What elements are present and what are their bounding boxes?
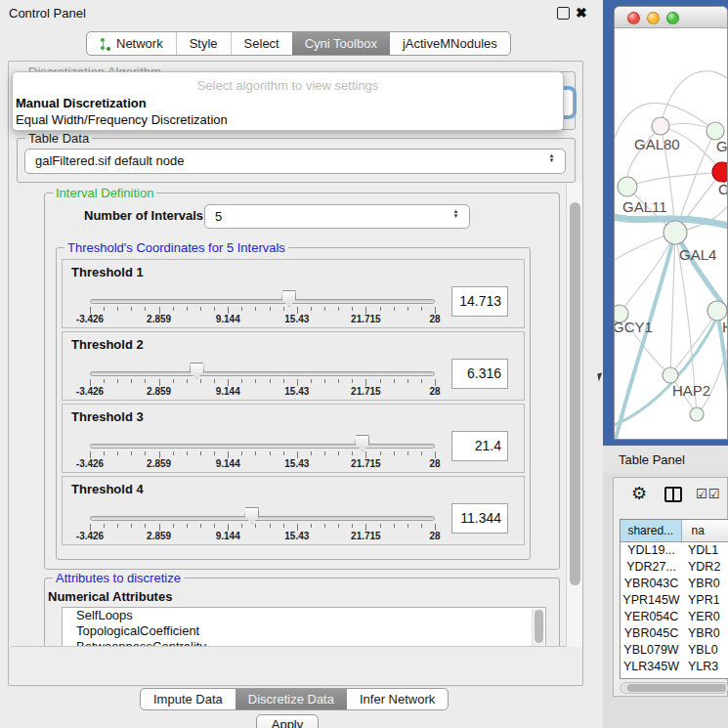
network-node-gal80[interactable] (652, 117, 669, 135)
tick-mark (187, 524, 188, 528)
network-edge (661, 71, 728, 126)
node-label: GAL4 (679, 246, 716, 263)
tab-jactivemnodules[interactable]: jActiveMNodules (390, 32, 510, 55)
column-header-shared-[interactable]: shared... (621, 520, 682, 541)
dropdown-option-equal-width-frequency-discretization[interactable]: Equal Width/Frequency Discretization (16, 112, 228, 127)
close-traffic-light-icon[interactable] (627, 12, 640, 24)
table-row[interactable]: YIL052CYIL0 (621, 675, 728, 679)
vertical-scrollbar[interactable] (566, 183, 582, 647)
slider-thumb[interactable] (190, 363, 204, 379)
tab-cyni-toolbox[interactable]: Cyni Toolbox (292, 32, 390, 55)
tick-mark (228, 379, 229, 386)
table-row[interactable]: YBR043CYBR0 (621, 576, 728, 592)
network-canvas[interactable]: GAL80GACGAL11GAL4GCY1HHAP2 (615, 28, 728, 440)
close-icon[interactable]: ✖ (576, 5, 587, 21)
slider-track[interactable] (90, 516, 435, 521)
tab-label: Infer Network (360, 692, 435, 707)
table-header: shared...na (621, 520, 728, 542)
list-scrollbar[interactable] (532, 609, 544, 647)
apply-button[interactable]: Apply (256, 714, 319, 728)
threshold-label: Threshold 4 (71, 482, 144, 496)
table-row[interactable]: YBL079WYBL0 (621, 642, 728, 659)
threshold-label: Threshold 1 (71, 265, 144, 279)
stepper-icon: ▲▼ (547, 153, 556, 163)
table-row[interactable]: YDL19...YDL1 (621, 542, 728, 559)
tick-label: -3.426 (61, 531, 119, 541)
tick-mark (297, 307, 298, 314)
table-row[interactable]: YER054CYER0 (621, 609, 728, 625)
tab-discretize-data[interactable]: Discretize Data (236, 689, 347, 709)
slider-thumb[interactable] (355, 435, 369, 451)
vertical-scrollbar-thumb[interactable] (570, 202, 580, 585)
attributes-listbox[interactable]: SelfLoopsTopologicalCoefficientBetweenne… (62, 607, 546, 647)
slider-thumb[interactable] (281, 290, 296, 307)
threshold-value-field[interactable]: 6.316 (451, 359, 508, 389)
threshold-value-field[interactable]: 14.713 (451, 286, 508, 317)
threshold-value-field[interactable]: 11.344 (451, 503, 508, 534)
tick-mark (311, 524, 312, 528)
horizontal-scrollbar[interactable] (620, 682, 728, 694)
tick-label: 21.715 (336, 458, 395, 469)
attribute-item-topologicalcoefficient[interactable]: TopologicalCoefficient (63, 623, 545, 639)
number-of-intervals-combobox[interactable]: 5 ▲▼ (204, 204, 470, 229)
tick-mark (131, 524, 132, 528)
threshold-label: Threshold 2 (71, 337, 144, 352)
node-label: HAP2 (672, 382, 710, 399)
tick-mark (352, 307, 353, 311)
tab-network[interactable]: Network (87, 32, 176, 55)
attribute-item-selfloops[interactable]: SelfLoops (63, 608, 545, 623)
tick-mark (145, 451, 146, 455)
network-node[interactable] (690, 407, 704, 421)
tab-select[interactable]: Select (231, 32, 292, 55)
tick-mark (104, 524, 105, 528)
threshold-value-field[interactable]: 21.4 (451, 431, 508, 461)
network-node-c[interactable] (712, 162, 728, 182)
network-node-h[interactable] (707, 301, 727, 321)
tick-mark (283, 451, 284, 455)
settings-scroll-area: Interval Definition Number of Intervals … (11, 183, 566, 647)
table-row[interactable]: YDR27...YDR2 (621, 559, 728, 576)
table-cell: YBL0 (682, 642, 728, 659)
table-row[interactable]: YPR145WYPR1 (621, 592, 728, 609)
tick-mark (297, 451, 298, 458)
tick-mark (270, 524, 271, 528)
tab-impute-data[interactable]: Impute Data (141, 689, 236, 709)
threshold-panel-4: Threshold 4-3.4262.8599.14415.4321.71528… (62, 476, 525, 545)
number-of-intervals-label: Number of Intervals (84, 208, 203, 223)
gear-icon[interactable]: ⚙ (631, 483, 647, 504)
tick-mark (407, 451, 408, 455)
network-node-hap2[interactable] (663, 367, 678, 383)
network-node-gal4[interactable] (664, 221, 687, 244)
tick-mark (338, 451, 339, 455)
float-window-icon[interactable] (557, 7, 570, 20)
tick-mark (187, 307, 188, 311)
dropdown-option-manual-discretization[interactable]: Manual Discretization (16, 96, 147, 110)
slider-track[interactable] (90, 299, 435, 304)
tick-mark (159, 379, 160, 386)
slider-track[interactable] (90, 444, 435, 449)
tab-style[interactable]: Style (176, 32, 231, 55)
table-panel-title: Table Panel (619, 452, 685, 467)
network-edge (670, 311, 717, 375)
tick-mark (200, 379, 201, 383)
slider-thumb[interactable] (244, 507, 259, 524)
table-data-combobox[interactable]: galFiltered.sif default node ▲▼ (24, 149, 566, 174)
minimize-traffic-light-icon[interactable] (647, 12, 660, 24)
table-row[interactable]: YBR045CYBR0 (621, 625, 728, 642)
tick-mark (187, 451, 188, 455)
checkboxes-icon[interactable]: ☑☑ (696, 487, 720, 501)
tab-infer-network[interactable]: Infer Network (347, 689, 448, 709)
slider-track[interactable] (90, 371, 435, 376)
columns-icon[interactable] (664, 487, 682, 502)
network-edge (627, 172, 722, 187)
table-row[interactable]: YLR345WYLR3 (621, 659, 728, 675)
list-scrollbar-thumb[interactable] (535, 610, 543, 643)
node-table: shared...na YDL19...YDL1YDR27...YDR2YBR0… (620, 519, 728, 679)
top-tab-bar: NetworkStyleSelectCyni ToolboxjActiveMNo… (86, 31, 511, 56)
horizontal-scrollbar-thumb[interactable] (627, 684, 726, 692)
zoom-traffic-light-icon[interactable] (666, 12, 679, 24)
column-header-na[interactable]: na (682, 520, 728, 541)
attribute-item-betweennesscentrality[interactable]: BetweennessCentrality (63, 639, 545, 647)
network-node-gal11[interactable] (618, 177, 637, 196)
numerical-attributes-label: Numerical Attributes (48, 589, 172, 604)
